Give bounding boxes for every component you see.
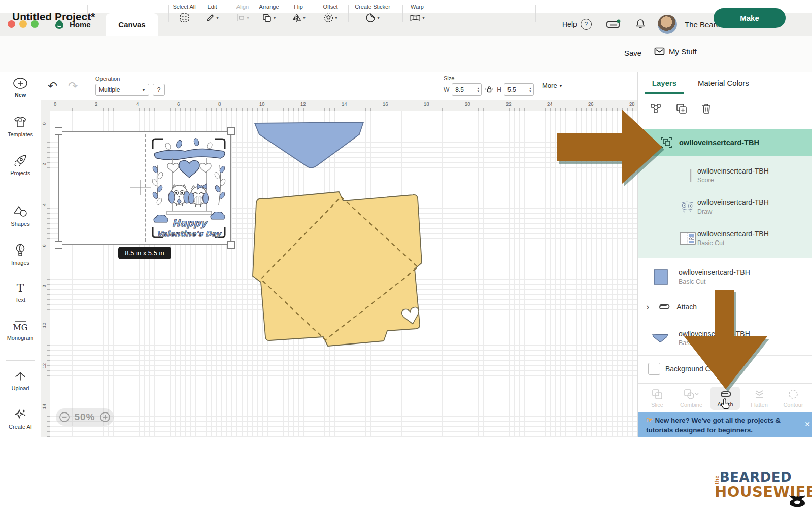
ruler-label-v: 14 — [41, 402, 47, 409]
layer-group-name: owlloveinsertcard-TBH — [679, 139, 759, 147]
layer-row-attach-group[interactable]: › Attach — [638, 295, 812, 319]
warp-button[interactable]: Warp ▾ — [410, 4, 425, 23]
flatten-button[interactable]: Flatten — [745, 386, 774, 410]
templates-icon — [13, 116, 27, 129]
sidebar-item-monogram[interactable]: MG Monogram — [0, 320, 41, 341]
height-input[interactable]: ▲▼ — [504, 83, 534, 96]
sidebar-item-new[interactable]: New — [0, 77, 41, 98]
banner-line1: New here? We've got all the projects & — [655, 417, 781, 424]
layer-row-envelope-liner[interactable]: owlloveinsertcard-TBH Basic Cut — [638, 263, 812, 291]
arrange-icon — [262, 13, 272, 22]
create-sticker-button[interactable]: Create Sticker ▾ — [355, 4, 390, 23]
upload-icon — [14, 370, 27, 383]
beard-icon — [788, 492, 807, 507]
score-thumbnail — [684, 168, 697, 183]
tab-canvas[interactable]: Canvas — [106, 13, 158, 36]
svg-text:Happy: Happy — [172, 217, 208, 229]
layer-row-card-cut[interactable]: owlloveinsertcard-TBH Basic Cut — [638, 224, 812, 253]
beginner-banner: ☞New here? We've got all the projects & … — [638, 412, 812, 437]
operation-help-button[interactable]: ? — [153, 84, 165, 96]
envelope-icon — [654, 47, 665, 56]
undo-button[interactable]: ↶ — [48, 79, 57, 93]
contour-button[interactable]: Contour — [779, 386, 808, 410]
background-color-row[interactable]: Background Color — [638, 357, 812, 381]
flip-icon — [291, 13, 301, 22]
flip-button[interactable]: Flip ▾ — [291, 4, 306, 23]
layer-row-flap[interactable]: owlloveinsertcard-TBH Basic Cut — [638, 324, 812, 353]
width-stepper[interactable]: ▲▼ — [475, 84, 481, 95]
images-icon — [14, 244, 27, 257]
sidebar-item-projects[interactable]: Projects — [0, 154, 41, 176]
my-stuff-button[interactable]: My Stuff — [654, 47, 697, 56]
background-color-checkbox[interactable] — [648, 363, 660, 375]
ruler-label-h: 18 — [424, 101, 429, 107]
banner-line2: tutorials designed for beginners. — [646, 426, 753, 434]
banner-close-icon[interactable]: ✕ — [804, 420, 810, 428]
blue-triangle-thumbnail — [650, 333, 670, 343]
height-stepper[interactable]: ▲▼ — [527, 84, 533, 95]
lock-icon[interactable] — [485, 85, 493, 94]
layer-row-score[interactable]: owlloveinsertcard-TBH Score — [638, 161, 812, 190]
attach-group-label: Attach — [676, 302, 697, 312]
ruler-label-v: 0 — [41, 118, 47, 125]
ruler-label-h: 2 — [95, 101, 97, 107]
sidebar-item-create-ai[interactable]: Create AI — [0, 408, 41, 430]
select-all-icon — [179, 12, 189, 23]
envelope-shape[interactable] — [248, 188, 430, 351]
attach-button[interactable]: Attach — [710, 387, 740, 410]
machine-status-button[interactable] — [606, 13, 621, 36]
select-all-button[interactable]: Select All — [173, 4, 195, 23]
notifications-button[interactable]: 8 — [634, 13, 647, 36]
ruler-label-v: 10 — [41, 321, 47, 328]
tab-layers[interactable]: Layers — [645, 79, 684, 94]
ruler-label-h: 8 — [218, 101, 221, 107]
blue-square-thumbnail — [652, 269, 669, 285]
warp-icon — [410, 13, 421, 22]
duplicate-button[interactable] — [675, 102, 688, 115]
page-title: Untitled Project* — [12, 11, 95, 23]
tab-material-colors[interactable]: Material Colors — [698, 79, 749, 87]
zoom-in-button[interactable] — [99, 411, 111, 423]
selection-handle-br[interactable] — [227, 241, 235, 249]
my-stuff-label: My Stuff — [669, 47, 697, 56]
sidebar-item-shapes[interactable]: Shapes — [0, 205, 41, 227]
sidebar-item-upload[interactable]: Upload — [0, 370, 41, 391]
blue-flap-shape[interactable] — [252, 120, 366, 171]
operation-select[interactable]: Multiple ▼ — [95, 84, 149, 96]
width-input[interactable]: ▲▼ — [452, 83, 482, 96]
selection-handle-tr[interactable] — [227, 127, 235, 135]
redo-button[interactable]: ↷ — [68, 79, 78, 93]
ruler-label-h: 4 — [136, 101, 139, 107]
align-button[interactable]: Align ▾ — [236, 4, 249, 23]
weld-tools-button[interactable] — [650, 102, 662, 115]
sidebar-item-text[interactable]: T Text — [0, 282, 41, 303]
selection-handle-bl[interactable] — [55, 241, 62, 249]
height-label: H — [497, 86, 501, 93]
ruler-label-h: 28 — [629, 101, 635, 107]
arrange-button[interactable]: Arrange ▾ — [259, 4, 279, 23]
make-button[interactable]: Make — [714, 8, 786, 28]
ruler-label-v: 12 — [41, 362, 47, 369]
offset-button[interactable]: Offset ▾ — [323, 4, 337, 23]
create-ai-icon — [13, 408, 27, 421]
help-label: Help — [562, 20, 577, 28]
more-button[interactable]: More ▾ — [542, 82, 562, 89]
expand-chevron-icon[interactable]: › — [646, 301, 649, 313]
zoom-out-button[interactable] — [59, 411, 70, 423]
ruler-label-h: 20 — [465, 101, 470, 107]
combine-button[interactable]: Combine — [676, 386, 706, 410]
save-button[interactable]: Save — [624, 49, 641, 57]
layer-group-header[interactable]: owlloveinsertcard-TBH — [638, 129, 812, 156]
delete-button[interactable] — [701, 102, 712, 115]
avatar[interactable] — [658, 13, 677, 36]
slice-button[interactable]: Slice — [642, 386, 672, 410]
svg-text:T: T — [17, 282, 24, 294]
layer-group-block: owlloveinsertcard-TBH Score owlloveinser… — [638, 156, 812, 258]
edit-button[interactable]: Edit ▾ — [206, 4, 219, 23]
sidebar-item-templates[interactable]: Templates — [0, 116, 41, 137]
help-menu[interactable]: Help ? — [562, 13, 592, 36]
selection-handle-tl[interactable] — [55, 127, 62, 135]
layer-row-draw[interactable]: owlloveinsertcard-TBH Draw — [638, 193, 812, 221]
operation-group: Operation Multiple ▼ ? — [95, 76, 165, 96]
sidebar-item-images[interactable]: Images — [0, 244, 41, 266]
